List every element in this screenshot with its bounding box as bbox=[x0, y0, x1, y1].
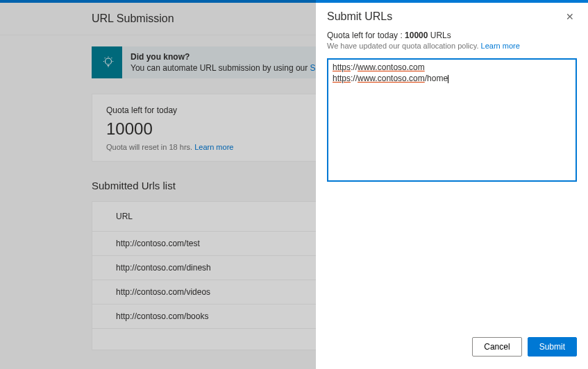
url-textarea[interactable]: https://www.contoso.com https://www.cont… bbox=[327, 58, 577, 182]
url-input-line: https://www.contoso.com/home bbox=[333, 74, 571, 85]
panel-quota-line: Quota left for today : 10000 URLs bbox=[327, 31, 577, 40]
panel-title: Submit URLs bbox=[327, 10, 392, 23]
url-input-line: https://www.contoso.com bbox=[333, 62, 571, 74]
panel-policy-text: We have updated our quota allocation pol… bbox=[327, 42, 481, 50]
url-sep: :// bbox=[351, 62, 358, 72]
panel-quota-suffix: URLs bbox=[428, 31, 451, 40]
url-sep: :// bbox=[351, 74, 358, 83]
url-path: /home bbox=[425, 74, 448, 83]
panel-footer: Cancel Submit bbox=[316, 329, 588, 369]
panel-quota-value: 10000 bbox=[405, 31, 428, 40]
url-domain: www.contoso.com bbox=[358, 74, 425, 83]
url-domain: www.contoso.com bbox=[358, 62, 425, 72]
close-icon: ✕ bbox=[566, 11, 574, 22]
submit-button[interactable]: Submit bbox=[528, 337, 577, 357]
panel-policy-line: We have updated our quota allocation pol… bbox=[327, 42, 577, 50]
panel-header: Submit URLs ✕ bbox=[316, 3, 588, 31]
panel-quota-prefix: Quota left for today : bbox=[327, 31, 405, 40]
panel-content: Quota left for today : 10000 URLs We hav… bbox=[316, 31, 588, 329]
text-caret bbox=[448, 75, 448, 83]
submit-panel: Submit URLs ✕ Quota left for today : 100… bbox=[316, 0, 588, 369]
cancel-button[interactable]: Cancel bbox=[472, 337, 521, 357]
url-scheme: https bbox=[333, 62, 351, 72]
close-button[interactable]: ✕ bbox=[563, 10, 577, 24]
panel-learn-more-link[interactable]: Learn more bbox=[481, 42, 520, 50]
url-scheme: https bbox=[333, 74, 351, 83]
